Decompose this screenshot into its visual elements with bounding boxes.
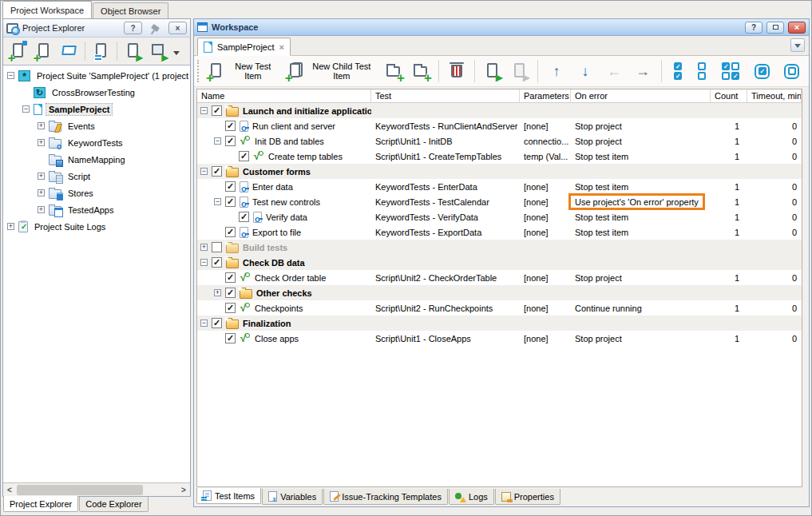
test-item-row-check-order-table[interactable]: Check Order tableScript\Unit2 - CheckOrd…	[197, 270, 802, 285]
scrollbar-thumb[interactable]	[17, 485, 143, 495]
row-expander[interactable]: +	[200, 244, 208, 251]
column-header-on-error[interactable]: On error	[571, 89, 711, 102]
column-header-name[interactable]: Name	[197, 89, 371, 102]
test-item-row-enter-data[interactable]: Enter dataKeywordTests - EnterData[none]…	[197, 179, 802, 194]
row-expander[interactable]: −	[200, 107, 208, 114]
row-checkbox[interactable]	[212, 166, 222, 177]
tree-item-keywordtests[interactable]: +KeywordTests	[3, 134, 190, 151]
tree-item-namemapping[interactable]: NameMapping	[3, 151, 190, 168]
move-right-button[interactable]: →	[629, 62, 656, 81]
row-checkbox[interactable]	[212, 318, 222, 328]
move-down-button[interactable]: ↓	[572, 62, 599, 81]
check-selected-button[interactable]	[748, 62, 776, 81]
run-project-button[interactable]: ▶	[146, 40, 171, 62]
explorer-pin-button[interactable]	[146, 22, 164, 34]
test-item-row-checkpoints[interactable]: CheckpointsScript\Unit2 - RunCheckpoints…	[197, 300, 802, 316]
explorer-close-button[interactable]: ×	[168, 22, 187, 34]
group-row-build-tests[interactable]: +Build tests	[197, 240, 802, 255]
toolbar-grip[interactable]	[197, 60, 199, 82]
row-expander[interactable]: −	[200, 259, 208, 266]
tree-item-script[interactable]: +Script	[3, 168, 190, 185]
close-tab-icon[interactable]: ×	[279, 42, 284, 52]
column-header-timeout[interactable]: Timeout, min	[747, 89, 802, 102]
test-item-row-init-db-and-tables[interactable]: −Init DB and tablesScript\Unit1 - InitDB…	[197, 133, 802, 149]
tree-expander[interactable]: +	[38, 206, 45, 213]
test-item-row-create-temp-tables[interactable]: Create temp tablesScript\Unit1 - CreateT…	[197, 149, 802, 164]
tree-item-crossbrowsertesting[interactable]: ↻CrossBrowserTesting	[3, 84, 190, 101]
tree-item-project-suite-sampleproject-1-project[interactable]: −*Project Suite 'SampleProject' (1 proje…	[3, 67, 190, 84]
tree-expander[interactable]: +	[7, 223, 14, 230]
tree-item-testedapps[interactable]: +TestedApps	[3, 201, 190, 218]
tree-expander[interactable]: −	[7, 72, 14, 79]
check-all-button[interactable]	[667, 60, 689, 82]
uncheck-selected-button[interactable]	[778, 62, 806, 81]
group-row-customer-forms[interactable]: −Customer forms	[197, 164, 802, 179]
row-checkbox[interactable]	[225, 121, 236, 131]
column-header-test[interactable]: Test	[371, 89, 520, 102]
move-up-button[interactable]: ↑	[543, 62, 570, 81]
tree-item-events[interactable]: +Events	[3, 117, 190, 134]
explorer-help-button[interactable]: ?	[124, 22, 142, 34]
test-item-row-verify-data[interactable]: Verify dataKeywordTests - VerifyData[non…	[197, 209, 802, 224]
workspace-close-button[interactable]: ×	[788, 22, 806, 34]
tab-issue-tracking-templates[interactable]: Issue-Tracking Templates	[323, 489, 448, 505]
run-selected-button[interactable]: ▶	[480, 60, 505, 82]
group-row-launch-and-initialize-applications[interactable]: −Launch and initialize applications	[197, 103, 802, 118]
tab-code-explorer[interactable]: Code Explorer	[79, 497, 148, 512]
tree-item-stores[interactable]: +Stores	[3, 185, 190, 201]
tree-expander[interactable]: +	[38, 139, 45, 146]
open-project-button[interactable]	[57, 40, 81, 62]
run-project-suite-button[interactable]: ▶	[121, 40, 145, 62]
row-expander[interactable]: −	[200, 168, 208, 175]
tab-logs[interactable]: Logs	[449, 489, 494, 505]
workspace-help-button[interactable]: ?	[745, 22, 762, 34]
tab-project-workspace[interactable]: Project Workspace	[2, 1, 92, 18]
new-child-test-item-button[interactable]: + New Child Test Item	[283, 59, 379, 83]
tab-project-explorer[interactable]: Project Explorer	[3, 496, 78, 512]
row-expander[interactable]: +	[214, 289, 221, 296]
workspace-restore-button[interactable]	[766, 22, 784, 34]
run-options-dropdown[interactable]	[172, 40, 181, 62]
tree-expander[interactable]: +	[38, 189, 45, 196]
group-row-finalization[interactable]: −Finalization	[197, 316, 802, 331]
row-checkbox[interactable]	[225, 272, 236, 283]
test-item-row-run-client-and-server[interactable]: Run client and serverKeywordTests - RunC…	[197, 118, 802, 133]
group-row-check-db-data[interactable]: −Check DB data	[197, 255, 802, 270]
delete-button[interactable]	[444, 60, 469, 82]
scroll-right-button[interactable]: >	[177, 483, 190, 497]
row-checkbox[interactable]	[225, 288, 236, 298]
move-left-button[interactable]: ←	[600, 62, 628, 81]
invert-checks-button[interactable]	[715, 60, 747, 82]
row-checkbox[interactable]	[239, 151, 249, 161]
tree-expander[interactable]: +	[38, 173, 45, 180]
column-header-count[interactable]: Count	[711, 89, 747, 102]
new-test-item-button[interactable]: + New Test Item	[204, 59, 281, 83]
row-checkbox[interactable]	[239, 212, 249, 222]
tab-variables[interactable]: Variables	[262, 489, 323, 505]
row-checkbox[interactable]	[212, 257, 222, 268]
organize-test-items-button[interactable]	[89, 40, 113, 62]
tab-properties[interactable]: Properties	[495, 489, 560, 505]
row-expander[interactable]: −	[214, 137, 221, 145]
row-checkbox[interactable]	[212, 242, 222, 252]
row-expander[interactable]: −	[200, 320, 208, 327]
tree-expander[interactable]: −	[22, 105, 30, 113]
test-item-row-test-new-controls[interactable]: −Test new controlsKeywordTests - TestCal…	[197, 194, 802, 209]
row-checkbox[interactable]	[225, 136, 236, 146]
row-checkbox[interactable]	[225, 333, 236, 343]
add-project-suite-button[interactable]: +	[6, 40, 30, 62]
tab-test-items[interactable]: Test Items	[196, 488, 261, 504]
tab-sampleproject[interactable]: SampleProject ×	[197, 38, 291, 56]
tree-item-sampleproject[interactable]: −SampleProject	[3, 101, 190, 117]
tab-object-browser[interactable]: Object Browser	[93, 2, 168, 18]
column-header-parameters[interactable]: Parameters	[520, 89, 571, 102]
row-checkbox[interactable]	[225, 181, 236, 192]
tab-list-dropdown[interactable]	[790, 38, 805, 52]
new-child-group-button[interactable]: +	[408, 60, 434, 82]
group-row-other-checks[interactable]: +Other checks	[197, 285, 802, 300]
row-checkbox[interactable]	[225, 227, 236, 237]
uncheck-all-button[interactable]	[691, 60, 713, 82]
row-checkbox[interactable]	[225, 303, 236, 313]
explorer-horizontal-scrollbar[interactable]: < >	[3, 482, 190, 496]
tree-expander[interactable]: +	[38, 122, 45, 129]
